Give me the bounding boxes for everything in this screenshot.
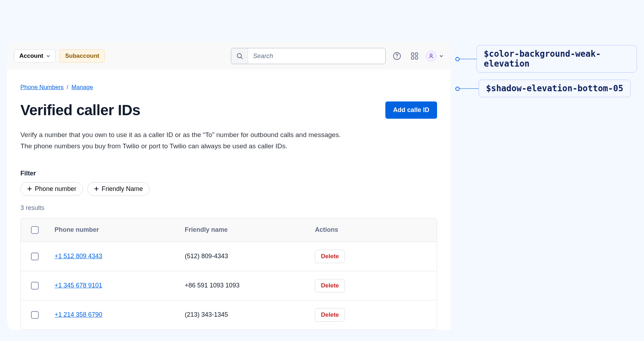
account-label: Account <box>19 52 43 60</box>
chevron-down-icon <box>439 54 443 58</box>
filter-label: Filter <box>20 170 437 177</box>
chip-label: Phone number <box>35 185 76 193</box>
search-input[interactable] <box>248 52 385 60</box>
description-line-2: The phone numbers you buy from Twilio or… <box>20 142 288 150</box>
filter-chips: Phone number Friendly Name <box>20 182 437 196</box>
table-row: +1 214 358 6790 (213) 343-1345 Delete <box>21 300 437 329</box>
breadcrumb-phone-numbers[interactable]: Phone Numbers <box>20 84 64 91</box>
page-description: Verify a number that you own to use it a… <box>20 129 437 152</box>
token-shadow-elevation: $shadow-elevation-bottom-05 <box>479 80 631 97</box>
breadcrumb-separator: / <box>67 84 69 91</box>
row-checkbox[interactable] <box>31 282 39 290</box>
breadcrumb-manage[interactable]: Manage <box>71 84 93 91</box>
filter-chip-friendly-name[interactable]: Friendly Name <box>87 182 150 196</box>
app-window: Account Subaccount <box>7 42 450 330</box>
phone-number-link[interactable]: +1 345 678 9101 <box>55 282 102 289</box>
top-bar: Account Subaccount <box>7 42 450 70</box>
column-friendly-name: Friendly name <box>179 218 309 242</box>
apps-grid-icon[interactable] <box>408 50 421 62</box>
svg-rect-5 <box>415 53 418 55</box>
friendly-name-cell: +86 591 1093 1093 <box>179 274 309 297</box>
design-token-callouts: $color-background-weak-elevation $shadow… <box>457 45 637 104</box>
account-dropdown[interactable]: Account <box>14 49 56 63</box>
breadcrumb: Phone Numbers / Manage <box>20 84 437 91</box>
chip-label: Friendly Name <box>102 185 143 193</box>
delete-button[interactable]: Delete <box>315 250 345 263</box>
row-checkbox[interactable] <box>31 311 39 319</box>
token-color-background: $color-background-weak-elevation <box>476 45 637 73</box>
caller-ids-table: Phone number Friendly name Actions +1 51… <box>20 218 437 330</box>
search-box[interactable] <box>231 48 386 64</box>
svg-rect-6 <box>411 57 414 59</box>
column-actions: Actions <box>309 218 437 242</box>
svg-line-1 <box>241 57 242 59</box>
svg-rect-7 <box>415 57 418 59</box>
phone-number-link[interactable]: +1 512 809 4343 <box>55 253 102 260</box>
callout-connector <box>457 88 479 89</box>
help-icon[interactable] <box>391 50 403 62</box>
delete-button[interactable]: Delete <box>315 308 345 322</box>
svg-point-3 <box>397 57 397 58</box>
filter-chip-phone-number[interactable]: Phone number <box>20 182 83 196</box>
svg-point-8 <box>430 54 432 56</box>
svg-rect-4 <box>411 53 414 55</box>
table-row: +1 512 809 4343 (512) 809-4343 Delete <box>21 242 437 271</box>
results-count: 3 results <box>20 204 437 212</box>
page-title: Verified caller IDs <box>20 102 140 119</box>
delete-button[interactable]: Delete <box>315 279 345 292</box>
friendly-name-cell: (213) 343-1345 <box>179 303 309 326</box>
page-content: Phone Numbers / Manage Verified caller I… <box>7 70 450 330</box>
table-header: Phone number Friendly name Actions <box>21 218 437 242</box>
plus-icon <box>94 186 99 191</box>
search-icon <box>231 48 248 64</box>
description-line-1: Verify a number that you own to use it a… <box>20 131 341 138</box>
column-phone-number: Phone number <box>49 218 179 242</box>
svg-point-0 <box>237 54 241 58</box>
friendly-name-cell: (512) 809-4343 <box>179 245 309 268</box>
table-row: +1 345 678 9101 +86 591 1093 1093 Delete <box>21 271 437 300</box>
add-caller-id-button[interactable]: Add calle ID <box>385 101 437 119</box>
subaccount-badge: Subaccount <box>60 49 105 63</box>
chevron-down-icon <box>46 54 50 58</box>
plus-icon <box>27 186 32 191</box>
callout-connector <box>457 59 476 59</box>
row-checkbox[interactable] <box>31 253 39 260</box>
avatar <box>426 51 436 61</box>
phone-number-link[interactable]: +1 214 358 6790 <box>55 311 102 318</box>
select-all-checkbox[interactable] <box>31 226 39 234</box>
user-menu[interactable] <box>426 51 443 61</box>
